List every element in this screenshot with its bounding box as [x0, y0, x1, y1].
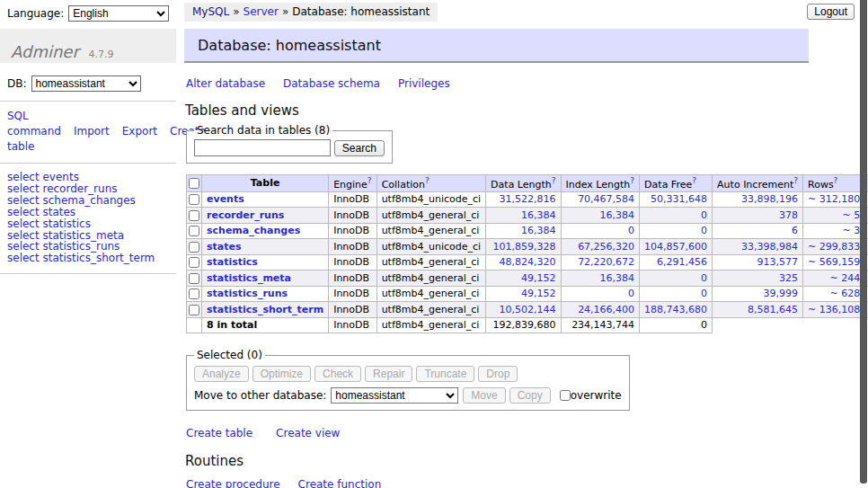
index-length-link[interactable]: 16,384 — [600, 272, 635, 284]
table-name-link[interactable]: states — [207, 241, 242, 253]
index-length-link[interactable]: 0 — [628, 225, 634, 236]
row-checkbox[interactable] — [189, 305, 199, 315]
breadcrumb-mysql-link[interactable]: MySQL — [192, 5, 229, 18]
data-free-link[interactable]: 0 — [701, 225, 707, 236]
table-name-link[interactable]: recorder_runs — [207, 209, 284, 221]
data-length-link[interactable]: 10,502,144 — [500, 304, 556, 315]
index-length-link[interactable]: 16,384 — [600, 209, 635, 221]
select-all-checkbox[interactable] — [189, 178, 199, 189]
logout-button[interactable]: Logout — [807, 4, 855, 20]
sidebar-select-table-link[interactable]: select recorder_runs — [7, 183, 169, 195]
row-checkbox[interactable] — [189, 210, 199, 221]
rows-count-link[interactable]: ~ 299,833 — [808, 241, 860, 253]
row-checkbox[interactable] — [189, 194, 199, 205]
index-length-cell: 0 — [561, 223, 640, 239]
column-help-link[interactable]: ? — [793, 176, 798, 185]
data-free-link[interactable]: 6,291,456 — [657, 256, 707, 268]
table-name-link[interactable]: schema_changes — [207, 225, 300, 236]
rows-count-link[interactable]: ~ 244 — [829, 272, 860, 284]
column-help-link[interactable]: ? — [425, 176, 430, 185]
sidebar-select-table-link[interactable]: select statistics_short_term — [7, 253, 169, 264]
data-free-cell: 188,743,680 — [640, 302, 713, 318]
create-function-link[interactable]: Create function — [298, 478, 382, 488]
auto-increment-link[interactable]: 6 — [792, 225, 798, 236]
index-length-link[interactable]: 0 — [628, 288, 634, 299]
table-name-link[interactable]: statistics_short_term — [207, 304, 323, 315]
collation-cell: utf8mb4_general_ci — [376, 223, 485, 239]
row-checkbox[interactable] — [189, 273, 199, 284]
sidebar-export-link[interactable]: Export — [122, 125, 157, 138]
column-help-link[interactable]: ? — [692, 176, 696, 185]
data-length-link[interactable]: 101,859,328 — [493, 241, 556, 253]
auto-increment-link[interactable]: 39,999 — [764, 288, 799, 299]
sidebar-select-table-link[interactable]: select schema_changes — [7, 195, 169, 207]
breadcrumb-server-link[interactable]: Server — [244, 5, 279, 18]
data-free-cell: 6,291,456 — [640, 254, 713, 271]
auto-increment-link[interactable]: 8,581,645 — [748, 304, 798, 315]
data-length-link[interactable]: 49,152 — [521, 272, 556, 284]
rows-count-cell: ~ 3 — [803, 223, 865, 239]
rows-count-link[interactable]: ~ 5 — [842, 209, 860, 221]
data-free-link[interactable]: 188,743,680 — [644, 304, 707, 315]
rows-count-link[interactable]: ~ 3 — [842, 225, 860, 236]
auto-increment-link[interactable]: 913,577 — [757, 256, 799, 268]
sidebar-select-table-link[interactable]: select events — [7, 172, 169, 183]
alter-database-link[interactable]: Alter database — [186, 77, 265, 90]
data-length-link[interactable]: 16,384 — [521, 209, 556, 221]
data-free-link[interactable]: 0 — [701, 288, 707, 299]
search-button[interactable]: Search — [334, 140, 385, 156]
table-name-link[interactable]: statistics — [207, 256, 258, 268]
app-header: Adminer 4.7.9 — [0, 29, 176, 63]
auto-increment-link[interactable]: 325 — [779, 272, 798, 284]
row-checkbox[interactable] — [189, 288, 199, 299]
row-checkbox[interactable] — [189, 257, 199, 268]
sidebar-select-table-link[interactable]: select states — [7, 207, 169, 218]
sidebar-sql-command-link[interactable]: SQL command — [7, 110, 61, 138]
index-length-link[interactable]: 70,467,584 — [578, 193, 634, 205]
auto-increment-link[interactable]: 378 — [779, 209, 798, 221]
data-free-link[interactable]: 50,331,648 — [651, 193, 707, 205]
create-view-link[interactable]: Create view — [276, 427, 340, 439]
index-length-link[interactable]: 72,220,672 — [578, 256, 634, 268]
sidebar-import-link[interactable]: Import — [74, 125, 110, 138]
create-procedure-link[interactable]: Create procedure — [186, 478, 280, 488]
create-table-link[interactable]: Create table — [186, 427, 252, 439]
data-free-link[interactable]: 0 — [701, 209, 707, 221]
move-database-select[interactable]: homeassistant — [331, 387, 458, 404]
vertical-scrollbar[interactable] — [860, 0, 867, 484]
rows-count-link[interactable]: ~ 312,180 — [808, 193, 860, 205]
overwrite-checkbox[interactable] — [560, 390, 571, 401]
row-checkbox[interactable] — [189, 226, 199, 236]
sidebar-select-table-link[interactable]: select statistics — [7, 218, 169, 230]
data-free-link[interactable]: 0 — [701, 272, 707, 284]
data-length-link[interactable]: 16,384 — [521, 225, 556, 236]
language-select[interactable]: English — [68, 5, 169, 22]
index-length-link[interactable]: 24,166,400 — [578, 304, 634, 315]
privileges-link[interactable]: Privileges — [398, 77, 450, 90]
row-checkbox[interactable] — [189, 242, 199, 253]
column-help-link[interactable]: ? — [552, 176, 556, 185]
data-length-link[interactable]: 48,824,320 — [500, 256, 556, 268]
column-help-link[interactable]: ? — [630, 176, 634, 185]
database-schema-link[interactable]: Database schema — [283, 77, 380, 90]
column-header: Data Free? — [640, 175, 713, 192]
db-select[interactable]: homeassistant — [31, 75, 141, 92]
total-row-cell: 234,143,744 — [561, 317, 640, 333]
table-name-link[interactable]: statistics_meta — [207, 272, 291, 284]
rows-count-link[interactable]: ~ 136,108 — [808, 304, 860, 315]
auto-increment-link[interactable]: 33,898,196 — [741, 193, 798, 205]
table-name-link[interactable]: statistics_runs — [207, 288, 288, 299]
auto-increment-link[interactable]: 33,398,984 — [741, 241, 798, 253]
column-help-link[interactable]: ? — [834, 176, 838, 185]
search-input[interactable] — [194, 139, 331, 156]
data-length-link[interactable]: 31,522,816 — [500, 193, 556, 205]
rows-count-link[interactable]: ~ 628 — [829, 288, 860, 299]
index-length-link[interactable]: 67,256,320 — [578, 241, 634, 253]
rows-count-link[interactable]: ~ 569,159 — [808, 256, 860, 268]
truncate-button: Truncate — [416, 366, 474, 382]
data-length-link[interactable]: 49,152 — [521, 288, 556, 299]
total-row-cell: 0 — [640, 317, 713, 333]
data-free-link[interactable]: 104,857,600 — [644, 241, 707, 253]
table-name-link[interactable]: events — [207, 193, 244, 205]
column-help-link[interactable]: ? — [368, 176, 372, 185]
